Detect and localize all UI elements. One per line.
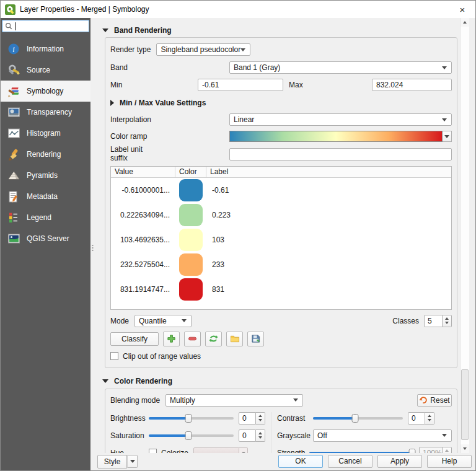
table-row[interactable]: 0.222634094... 0.223 <box>111 203 451 227</box>
add-class-button[interactable] <box>163 332 180 346</box>
value-cell[interactable]: 232.5275504... <box>111 260 175 269</box>
remove-class-button[interactable] <box>184 332 201 346</box>
band-combo[interactable]: Band 1 (Gray) <box>229 61 452 74</box>
sidebar-item-symbology[interactable]: Symbology <box>1 81 90 102</box>
table-row[interactable]: 831.1914747... 831 <box>111 277 451 302</box>
table-row[interactable]: 232.5275504... 233 <box>111 252 451 277</box>
cancel-button[interactable]: Cancel <box>328 455 372 468</box>
sidebar-item-transparency[interactable]: Transparency <box>1 102 90 123</box>
sidebar-item-qgis-server[interactable]: QGIS Server <box>1 228 90 249</box>
sidebar-item-information[interactable]: i Information <box>1 38 90 59</box>
sidebar-item-legend[interactable]: Legend <box>1 207 90 228</box>
sidebar-item-label: Transparency <box>27 108 72 117</box>
minmax-settings-header[interactable]: Min / Max Value Settings <box>110 98 452 107</box>
interpolation-combo[interactable]: Linear <box>229 113 452 126</box>
scroll-down-button[interactable] <box>461 444 469 453</box>
sidebar-item-source[interactable]: Source <box>1 59 90 81</box>
sidebar-nav: i Information Source <box>1 38 90 249</box>
color-swatch[interactable] <box>179 229 203 251</box>
load-color-map-button[interactable] <box>226 332 243 346</box>
colorize-color-menu-button[interactable] <box>239 447 248 453</box>
slider-handle[interactable] <box>408 449 415 453</box>
help-button[interactable]: Help <box>427 455 472 468</box>
slider-handle[interactable] <box>185 414 192 423</box>
min-input[interactable]: -0.61 <box>198 79 283 91</box>
swap-direction-button[interactable] <box>205 332 222 346</box>
scroll-up-button[interactable] <box>461 18 469 27</box>
interpolation-label: Interpolation <box>110 115 229 124</box>
plus-icon <box>167 334 176 343</box>
label-cell[interactable]: 831 <box>206 285 451 294</box>
label-cell[interactable]: 233 <box>206 260 451 269</box>
render-type-combo[interactable]: Singleband pseudocolor <box>156 43 250 56</box>
clip-out-of-range-checkbox[interactable] <box>110 352 118 360</box>
sidebar-item-metadata[interactable]: Metadata <box>1 186 90 207</box>
save-color-map-button[interactable] <box>247 332 264 346</box>
color-swatch[interactable] <box>179 278 203 301</box>
band-rendering-header[interactable]: Band Rendering <box>102 25 457 35</box>
label-cell[interactable]: 103 <box>206 236 451 244</box>
sidebar-item-label: Rendering <box>27 150 61 159</box>
reset-button[interactable]: Reset <box>417 394 452 407</box>
spinner-buttons[interactable] <box>425 412 434 425</box>
colorize-checkbox[interactable] <box>149 449 157 453</box>
value-cell[interactable]: -0.61000001... <box>111 186 175 195</box>
blending-mode-combo[interactable]: Multiply <box>165 394 303 407</box>
slider-handle[interactable] <box>185 431 192 440</box>
label-cell[interactable]: -0.61 <box>206 186 451 195</box>
brightness-slider[interactable] <box>149 414 234 423</box>
value-cell[interactable]: 831.1914747... <box>111 285 175 294</box>
label-cell[interactable]: 0.223 <box>206 211 451 219</box>
sidebar-item-label: Pyramids <box>27 171 58 180</box>
color-swatch[interactable] <box>179 179 203 201</box>
close-button[interactable]: × <box>449 1 475 18</box>
max-input[interactable]: 832.024 <box>372 79 452 91</box>
colorize-color-swatch[interactable] <box>193 447 239 453</box>
value-cell[interactable]: 103.4692635... <box>111 236 175 244</box>
dialog-footer: Style OK Cancel Apply Help <box>95 453 475 470</box>
contrast-spinbox[interactable]: 0 <box>408 412 434 425</box>
brightness-spinbox[interactable]: 0 <box>239 412 265 425</box>
color-ramp-preview[interactable] <box>229 131 443 142</box>
color-rendering-header[interactable]: Color Rendering <box>102 377 457 386</box>
strength-slider[interactable] <box>309 449 414 453</box>
qgis-logo-icon <box>5 4 15 15</box>
slider-handle[interactable] <box>352 414 359 423</box>
contrast-slider[interactable] <box>313 414 403 423</box>
scrollbar-track[interactable] <box>461 27 469 444</box>
color-ramp-label: Color ramp <box>110 132 229 141</box>
vertical-scrollbar[interactable] <box>460 18 469 453</box>
spinner-buttons[interactable] <box>443 315 452 327</box>
value-cell[interactable]: 0.222634094... <box>111 211 175 219</box>
spinner-buttons[interactable] <box>256 412 265 425</box>
classes-spinbox[interactable]: 5 <box>424 315 452 327</box>
sidebar-item-rendering[interactable]: Rendering <box>1 144 90 165</box>
spinner-buttons[interactable] <box>256 429 265 442</box>
legend-icon <box>6 211 21 224</box>
sidebar-item-histogram[interactable]: Histogram <box>1 123 90 144</box>
classify-button[interactable]: Classify <box>110 332 159 346</box>
color-swatch[interactable] <box>179 204 203 226</box>
label-unit-suffix-input[interactable] <box>229 148 452 161</box>
color-ramp-menu-button[interactable] <box>443 131 452 142</box>
chevron-down-icon <box>442 434 447 437</box>
color-swatch[interactable] <box>179 253 203 276</box>
sidebar-splitter[interactable] <box>90 18 95 470</box>
scrollbar-thumb[interactable] <box>461 369 469 441</box>
table-row[interactable]: 103.4692635... 103 <box>111 227 451 252</box>
table-row[interactable]: -0.61000001... -0.61 <box>111 178 451 203</box>
style-menu-button[interactable] <box>127 455 138 468</box>
chevron-down-icon <box>240 48 245 51</box>
sidebar-item-pyramids[interactable]: Pyramids <box>1 165 90 186</box>
histogram-icon <box>6 126 21 140</box>
saturation-spinbox[interactable]: 0 <box>239 429 265 442</box>
style-button[interactable]: Style <box>97 455 138 468</box>
saturation-label: Saturation <box>110 431 149 440</box>
saturation-slider[interactable] <box>149 431 234 440</box>
mode-combo[interactable]: Quantile <box>134 315 192 327</box>
apply-button[interactable]: Apply <box>377 455 422 468</box>
grayscale-combo[interactable]: Off <box>313 429 452 442</box>
ok-button[interactable]: OK <box>278 455 323 468</box>
sidebar-search-input[interactable] <box>2 20 89 32</box>
sidebar-item-label: Legend <box>27 213 51 222</box>
